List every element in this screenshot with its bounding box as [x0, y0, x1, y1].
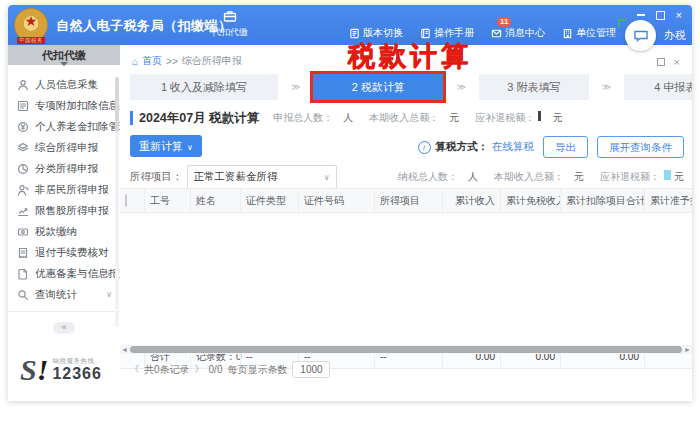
- cursor-mark: [538, 111, 541, 121]
- step-income-deduction[interactable]: 1 收入及减除填写: [130, 74, 278, 100]
- tab-withholding[interactable]: 代扣代缴: [204, 9, 256, 39]
- sidebar-item-pension-deduction[interactable]: 个人养老金扣除管理: [8, 116, 120, 137]
- book-icon: [420, 28, 431, 39]
- sidebar-item-classified-income[interactable]: 分类所得申报: [8, 158, 120, 179]
- step-tax-calculation[interactable]: 2 税款计算: [313, 74, 443, 100]
- search-stats-icon: [17, 289, 29, 301]
- bubble-corner-mark: [618, 19, 626, 27]
- sidebar-item-tax-payment[interactable]: 税款缴纳: [8, 221, 120, 242]
- sidebar-scrollbar[interactable]: [115, 77, 119, 327]
- document-fold-icon: [17, 268, 29, 280]
- export-button[interactable]: 导出: [543, 136, 588, 158]
- window-controls: ×: [637, 10, 682, 20]
- sidebar-item-refund-fee-check[interactable]: 退付手续费核对: [8, 242, 120, 263]
- sidebar-header: 代扣代缴: [8, 45, 120, 65]
- document-icon: [349, 28, 360, 39]
- hotline-mark: S!: [20, 357, 48, 383]
- breadcrumb-separator: >>: [166, 56, 178, 67]
- step-declaration-submit[interactable]: 4 申报表报送: [624, 74, 692, 100]
- declare-count-unit: 人: [343, 111, 353, 125]
- step-attached-forms[interactable]: 3 附表填写: [479, 74, 589, 100]
- breadcrumb-current: 综合所得申报: [182, 54, 242, 68]
- message-count-badge: 11: [497, 17, 511, 27]
- restore-page-icon[interactable]: [657, 58, 665, 66]
- sidebar-item-comprehensive-income[interactable]: 综合所得申报: [8, 137, 120, 158]
- scroll-left-icon[interactable]: ◄: [120, 345, 129, 354]
- sidebar-item-restricted-stock[interactable]: 限售股所得申报: [8, 200, 120, 221]
- layers-icon: [17, 142, 29, 154]
- sidebar-item-query-statistics[interactable]: 查询统计 ∨: [8, 284, 120, 305]
- records-count: 共0条记录: [144, 363, 190, 377]
- calc-mode-label: 算税方式：: [436, 140, 489, 154]
- briefcase-icon: [223, 9, 237, 23]
- tax-assistant-label[interactable]: 办税: [664, 28, 686, 43]
- sidebar-item-personnel-info[interactable]: 人员信息采集: [8, 74, 120, 95]
- info-icon: i: [418, 141, 431, 154]
- national-emblem-logo: ★ 中国税务: [14, 8, 48, 42]
- refund-amount-unit: 元: [553, 111, 563, 125]
- close-page-icon[interactable]: ×: [674, 58, 680, 66]
- wizard-steps: 1 收入及减除填写 ≫ 2 税款计算 ≫ 3 附表填写 ≫ 4 申报表报送: [130, 74, 688, 100]
- horizontal-scrollbar[interactable]: ◄ ►: [120, 345, 692, 354]
- filter-income-label: 本期收入总额：: [494, 170, 564, 184]
- calc-mode-value: 在线算税: [492, 140, 534, 154]
- hotline-logo: S! 纳税服务热线 12366: [20, 357, 102, 383]
- breadcrumb-home-link[interactable]: 首页: [142, 54, 162, 68]
- filter-income-unit: 元: [574, 170, 584, 184]
- nav-org-management[interactable]: 单位管理: [562, 26, 616, 40]
- next-page-icon[interactable]: 》: [195, 363, 204, 376]
- maximize-icon[interactable]: [656, 11, 665, 20]
- col-cumulative-allowed: 累计准予扣: [644, 189, 692, 212]
- building-icon: [562, 28, 573, 39]
- table-empty-body: [120, 213, 692, 345]
- col-cumulative-deduction-total: 累计扣除项目合计: [560, 189, 644, 212]
- chevron-down-icon: ∨: [187, 143, 193, 152]
- pie-chart-icon: [17, 163, 29, 175]
- hotline-number: 12366: [52, 366, 102, 382]
- main-content: ⌂ 首页 >> 综合所得申报 税款计算 1 收入及减除填写 ≫ 2 税款计算 ≫…: [120, 45, 692, 401]
- minimize-icon[interactable]: [637, 14, 645, 16]
- col-income-item: 所得项目: [374, 189, 442, 212]
- recalculate-button[interactable]: 重新计算∨: [130, 135, 202, 157]
- star-icon: ★: [15, 13, 47, 29]
- filter-row: 所得项目： 正常工资薪金所得 ∨ 纳税总人数： 人 本期收入总额： 元 应补退税…: [130, 165, 686, 189]
- app-window: ★ 中国税务 自然人电子税务局（扣缴端） 代扣代缴 版本切换 操作手册 11 消…: [8, 5, 692, 401]
- step-separator: ≫: [291, 82, 300, 92]
- step-separator: ≫: [456, 82, 465, 92]
- per-page-label: 每页显示条数: [227, 363, 287, 377]
- taxpayer-count-unit: 人: [468, 170, 478, 184]
- filter-refund-unit: 元: [674, 170, 684, 184]
- scrollbar-thumb[interactable]: [130, 346, 682, 353]
- close-icon[interactable]: ×: [676, 10, 682, 20]
- logo-caption: 中国税务: [17, 37, 45, 44]
- collapse-sidebar-button[interactable]: «: [53, 322, 75, 334]
- breadcrumb: ⌂ 首页 >> 综合所得申报: [132, 54, 242, 68]
- summary-row: 2024年07月 税款计算 申报总人数： 人 本期收入总额： 元 应补退税额： …: [130, 111, 686, 125]
- tax-assistant-button[interactable]: [625, 20, 656, 51]
- yuan-coin-icon: [17, 121, 29, 133]
- period-title: 2024年07月 税款计算: [130, 111, 259, 125]
- sidebar-collapse-area: «: [8, 311, 120, 334]
- sidebar-item-nonresident-income[interactable]: 非居民所得申报: [8, 179, 120, 200]
- tab-withholding-label: 代扣代缴: [204, 26, 256, 39]
- nav-org-management-label: 单位管理: [576, 26, 616, 40]
- page-indicator: 0/0: [209, 364, 223, 375]
- table-header-row: 工号 姓名 证件类型 证件号码 所得项目 累计收入 累计免税收入 累计扣除项目合…: [120, 188, 692, 213]
- chevron-down-icon: ∨: [106, 269, 112, 278]
- step-separator: ≫: [602, 82, 611, 92]
- scroll-right-icon[interactable]: ►: [683, 345, 692, 354]
- prev-page-icon[interactable]: 《: [130, 363, 139, 376]
- per-page-input[interactable]: [292, 361, 330, 378]
- banknote-icon: [17, 226, 29, 238]
- income-item-select[interactable]: 正常工资薪金所得 ∨: [187, 165, 337, 189]
- results-table: 工号 姓名 证件类型 证件号码 所得项目 累计收入 累计免税收入 累计扣除项目合…: [120, 188, 692, 369]
- sidebar-item-preferential-filing[interactable]: 优惠备案与信息报送 ∨: [8, 263, 120, 284]
- income-item-selected: 正常工资薪金所得: [194, 170, 278, 184]
- select-all-checkbox[interactable]: [125, 194, 127, 207]
- person-icon: [17, 79, 29, 91]
- declare-count-label: 申报总人数：: [273, 111, 333, 125]
- sidebar-item-special-deduction[interactable]: 专项附加扣除信息采集: [8, 95, 120, 116]
- expand-query-button[interactable]: 展开查询条件: [597, 136, 684, 158]
- pagination: 《 共0条记录 》 0/0 每页显示条数: [130, 361, 330, 378]
- person-badge-icon: [17, 184, 29, 196]
